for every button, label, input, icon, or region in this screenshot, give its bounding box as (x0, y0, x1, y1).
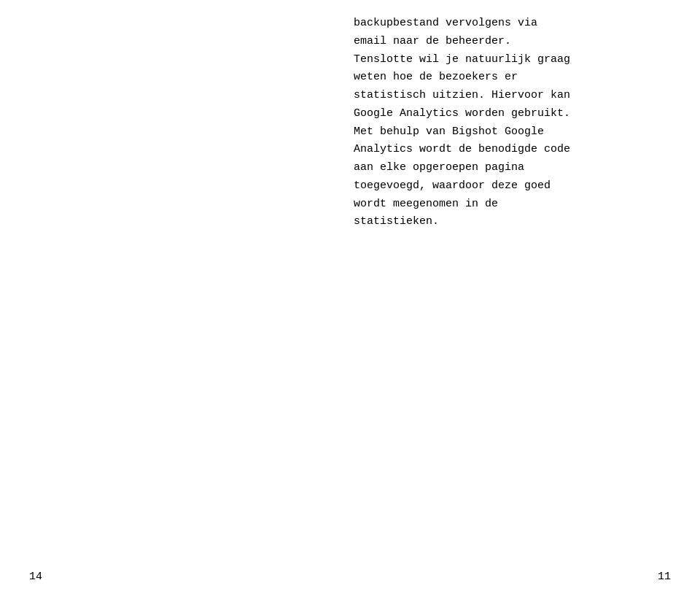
page-number-left: 14 (29, 571, 42, 583)
body-text: backupbestand vervolgens via email naar … (354, 15, 682, 231)
page-number-right: 11 (658, 571, 671, 583)
page: backupbestand vervolgens via email naar … (0, 0, 700, 599)
footer-page-number-left: 14 (29, 568, 42, 586)
main-text-block: backupbestand vervolgens via email naar … (354, 15, 682, 231)
footer-page-number-right: 11 (658, 568, 671, 586)
